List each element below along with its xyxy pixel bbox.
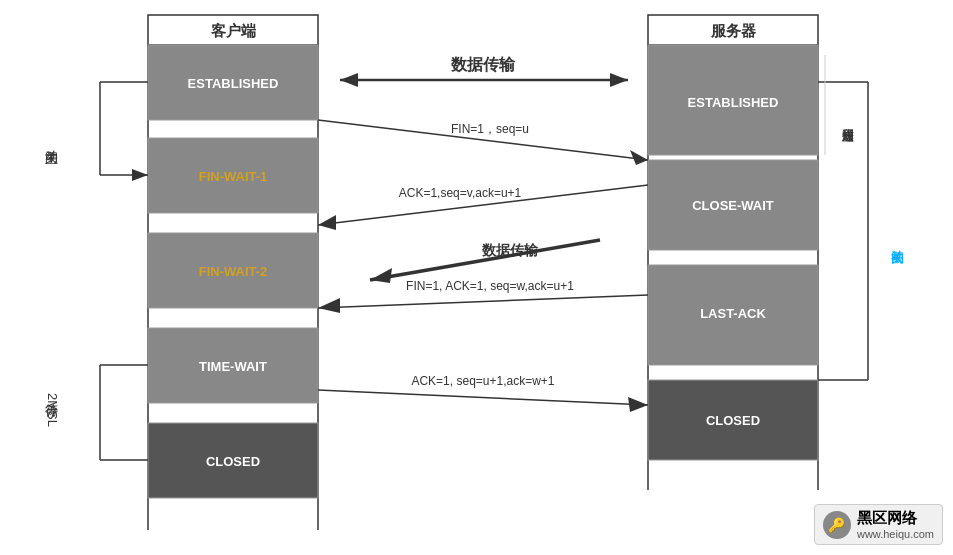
site-url: www.heiqu.com (857, 528, 934, 540)
svg-text:FIN-WAIT-2: FIN-WAIT-2 (199, 264, 268, 279)
svg-text:通知应用进程: 通知应用进程 (842, 129, 854, 142)
svg-text:数据传输: 数据传输 (481, 242, 539, 258)
svg-text:客户端: 客户端 (211, 22, 256, 39)
svg-text:TIME-WAIT: TIME-WAIT (199, 359, 267, 374)
svg-rect-8 (148, 233, 318, 308)
diagram-svg: ESTABLISHED FIN-WAIT-1 FIN-WAIT-2 TIME-W… (0, 0, 953, 555)
svg-text:ACK=1, seq=u+1,ack=w+1: ACK=1, seq=u+1,ack=w+1 (411, 374, 554, 388)
svg-rect-10 (148, 423, 318, 498)
svg-marker-17 (610, 73, 628, 87)
svg-marker-21 (318, 215, 336, 230)
svg-text:等待2MSL: 等待2MSL (45, 393, 60, 427)
svg-marker-27 (628, 397, 648, 412)
watermark-icon: 🔑 (823, 511, 851, 539)
svg-rect-6 (148, 45, 318, 120)
diagram-container: ESTABLISHED FIN-WAIT-1 FIN-WAIT-2 TIME-W… (0, 0, 953, 555)
svg-marker-25 (318, 298, 340, 313)
svg-line-20 (318, 185, 648, 225)
svg-line-18 (318, 120, 648, 160)
svg-text:ESTABLISHED: ESTABLISHED (188, 76, 279, 91)
watermark: 🔑 黑区网络 www.heiqu.com (814, 504, 943, 545)
svg-rect-7 (148, 138, 318, 213)
svg-text:LAST-ACK: LAST-ACK (700, 306, 766, 321)
svg-rect-12 (648, 160, 818, 250)
svg-text:主动关闭: 主动关闭 (46, 150, 59, 164)
svg-text:ACK=1,seq=v,ack=u+1: ACK=1,seq=v,ack=u+1 (399, 186, 522, 200)
svg-text:CLOSED: CLOSED (706, 413, 760, 428)
svg-text:ESTABLISHED: ESTABLISHED (688, 95, 779, 110)
svg-text:FIN-WAIT-1: FIN-WAIT-1 (199, 169, 268, 184)
svg-rect-9 (148, 328, 318, 403)
svg-marker-19 (630, 150, 648, 165)
svg-rect-11 (648, 45, 818, 155)
svg-text:服务器: 服务器 (710, 22, 757, 39)
svg-line-22 (370, 240, 600, 280)
svg-line-24 (318, 295, 648, 308)
svg-text:FIN=1，seq=u: FIN=1，seq=u (451, 122, 529, 136)
svg-text:被动关闭: 被动关闭 (892, 250, 905, 264)
svg-text:CLOSED: CLOSED (206, 454, 260, 469)
svg-marker-31 (132, 169, 148, 181)
svg-marker-23 (370, 268, 392, 283)
svg-line-26 (318, 390, 648, 405)
svg-text:CLOSE-WAIT: CLOSE-WAIT (692, 198, 774, 213)
svg-rect-13 (648, 265, 818, 365)
svg-text:数据传输: 数据传输 (450, 56, 516, 73)
svg-text:FIN=1, ACK=1, seq=w,ack=u+1: FIN=1, ACK=1, seq=w,ack=u+1 (406, 279, 574, 293)
svg-rect-1 (648, 15, 818, 45)
site-name: 黑区网络 (857, 509, 934, 528)
watermark-text: 黑区网络 www.heiqu.com (857, 509, 934, 540)
svg-rect-14 (648, 380, 818, 460)
svg-marker-16 (340, 73, 358, 87)
svg-rect-0 (148, 15, 318, 45)
